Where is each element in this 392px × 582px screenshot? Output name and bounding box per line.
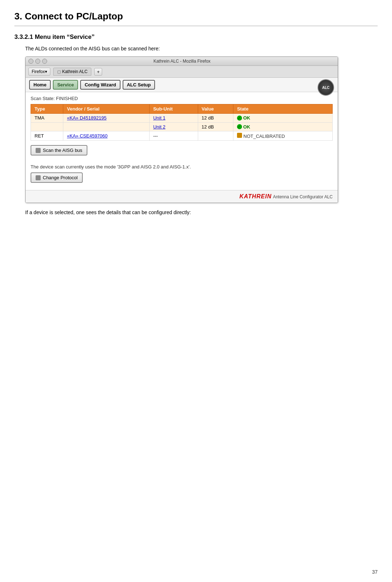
alc-badge-text: ALC [322, 86, 330, 90]
kathrein-logo: KATHREIN [240, 193, 272, 199]
footer-subtitle: Antenna Line Configurator ALC [273, 194, 333, 199]
nav-alc-setup-button[interactable]: ALC Setup [123, 80, 155, 90]
app-footer: KATHREIN Antenna Line Configurator ALC [26, 190, 338, 203]
scan-btn-container: Scan the AISG bus [31, 145, 333, 160]
cell-subunit: Unit 1 [149, 114, 198, 123]
table-row: RET «KA» CSE4597060 --- NOT_CALIBRATED [31, 131, 333, 141]
browser-titlebar: Kathrein ALC - Mozilla Firefox [26, 57, 338, 66]
browser-title-text: Kathrein ALC - Mozilla Firefox [47, 59, 317, 64]
page-title: 3. Connect to PC/Laptop [14, 11, 378, 26]
scan-state-label: Scan State: FINISHED [31, 96, 333, 101]
win-max-btn[interactable] [42, 59, 47, 64]
table-row: Unit 2 12 dB ✓ OK [31, 122, 333, 131]
cell-type-ret: RET [31, 131, 63, 141]
app-nav: Home Service Config Wizard ALC Setup ALC [26, 78, 338, 92]
change-protocol-button[interactable]: Change Protocol [31, 172, 83, 183]
browser-toolbar: Firefox▾ ▢ Kathrein ALC + [26, 66, 338, 78]
section-title: 3.3.2.1 Menu item “Service” [14, 33, 378, 41]
ok-badge: ✓ OK [237, 115, 250, 121]
scan-aisg-bus-button[interactable]: Scan the AISG bus [31, 145, 87, 155]
tab-label: Kathrein ALC [62, 69, 88, 74]
app-content: Scan State: FINISHED Type Vendor / Seria… [26, 92, 338, 190]
browser-tab[interactable]: ▢ Kathrein ALC [53, 68, 92, 76]
unit2-link[interactable]: Unit 2 [153, 124, 165, 130]
cell-state-ret: NOT_CALIBRATED [233, 131, 333, 141]
table-row: TMA «KA» D451892195 Unit 1 12 dB ✓ OK [31, 114, 333, 123]
cell-state: ✓ OK [233, 114, 333, 123]
col-value: Value [198, 104, 233, 114]
nav-home-button[interactable]: Home [29, 80, 51, 90]
device-table: Type Vendor / Serial Sub-Unit Value Stat… [31, 104, 333, 141]
cell-subunit-ret: --- [149, 131, 198, 141]
unit1-link[interactable]: Unit 1 [153, 115, 165, 121]
not-calibrated-label: NOT_CALIBRATED [237, 134, 285, 139]
ok-badge-2: ✓ OK [237, 124, 250, 130]
ret-vendor-link[interactable]: «KA» CSE4597060 [67, 133, 108, 139]
cell-type-empty [31, 122, 63, 131]
win-min-btn[interactable] [35, 59, 40, 64]
change-protocol-label: Change Protocol [43, 175, 78, 180]
col-type: Type [31, 104, 63, 114]
ok-icon: ✓ [237, 116, 242, 121]
table-header-row: Type Vendor / Serial Sub-Unit Value Stat… [31, 104, 333, 114]
cell-vendor-empty [63, 122, 150, 131]
browser-window: Kathrein ALC - Mozilla Firefox Firefox▾ … [25, 57, 338, 203]
col-vendor: Vendor / Serial [63, 104, 150, 114]
cell-vendor-ret: «KA» CSE4597060 [63, 131, 150, 141]
bottom-description: If a device is selected, one sees the de… [25, 209, 378, 215]
scan-icon [36, 148, 41, 153]
page-number: 37 [372, 569, 378, 575]
alc-badge: ALC [318, 79, 334, 96]
cell-state2: ✓ OK [233, 122, 333, 131]
nav-service-button[interactable]: Service [53, 80, 78, 90]
firefox-menu-button[interactable]: Firefox▾ [28, 68, 50, 76]
nav-config-wizard-button[interactable]: Config Wizard [80, 80, 120, 90]
cell-value-ret [198, 131, 233, 141]
cell-type: TMA [31, 114, 63, 123]
col-state: State [233, 104, 333, 114]
ok-icon-2: ✓ [237, 124, 242, 129]
cell-value: 12 dB [198, 114, 233, 123]
warn-icon [237, 133, 242, 138]
vendor-link[interactable]: «KA» D451892195 [67, 115, 106, 121]
cell-subunit2: Unit 2 [149, 122, 198, 131]
cell-vendor: «KA» D451892195 [63, 114, 150, 123]
intro-description: The ALDs connected on the AISG bus can b… [25, 46, 378, 51]
protocol-text: The device scan currently uses the mode … [31, 164, 333, 170]
col-subunit: Sub-Unit [149, 104, 198, 114]
browser-win-controls [28, 59, 47, 64]
cell-value2: 12 dB [198, 122, 233, 131]
new-tab-button[interactable]: + [94, 68, 102, 76]
protocol-icon [36, 175, 41, 180]
win-close-btn[interactable] [28, 59, 33, 64]
scan-btn-label: Scan the AISG bus [43, 148, 82, 153]
